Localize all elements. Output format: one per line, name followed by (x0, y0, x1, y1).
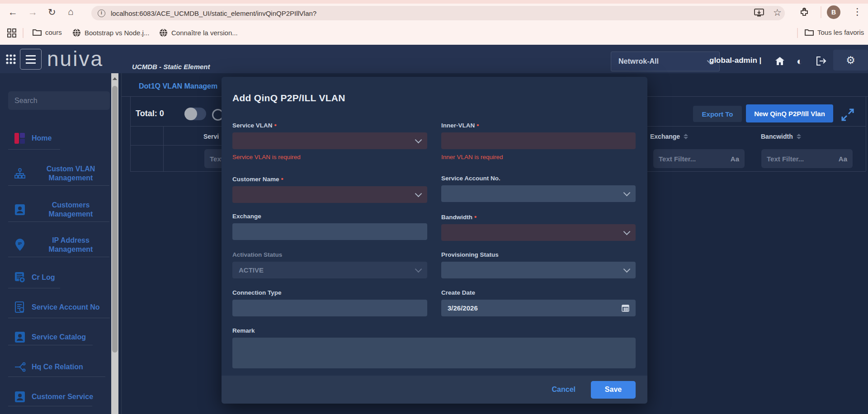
sidebar-item-label: Home (32, 134, 110, 143)
sidebar-item-cr-log[interactable]: Cr Log (8, 269, 110, 286)
sidebar-item-label: Customers Management (32, 201, 110, 219)
sidebar-item-hq-ce-relation[interactable]: Hq Ce Relation (8, 359, 110, 375)
calendar-icon[interactable] (622, 304, 629, 312)
sidebar-item-customer-service[interactable]: Customer Service (8, 389, 110, 405)
scrollbar-up-button[interactable] (111, 75, 118, 82)
sidebar-item-label: Service Catalog (32, 333, 110, 342)
bookmark-star-icon[interactable]: ☆ (773, 8, 782, 17)
remark-textarea[interactable] (232, 338, 636, 368)
table-right-border (866, 97, 866, 171)
search-input[interactable] (8, 91, 110, 110)
settings-button[interactable]: ⚙ (833, 50, 868, 71)
sidebar-divider (8, 149, 60, 150)
network-select[interactable]: Netwrok-All (611, 52, 720, 71)
column-header-clipped[interactable]: Servi (203, 133, 219, 140)
column-header-bancwidth[interactable]: Bancwidth (761, 133, 801, 140)
save-button[interactable]: Save (591, 381, 636, 399)
sidebar-item-customers[interactable]: Customers Management (8, 198, 110, 221)
globe-icon (159, 28, 168, 37)
required-marker: • (474, 213, 476, 221)
column-label: Exchange (650, 133, 680, 140)
table-left-border (130, 97, 131, 171)
required-marker: • (476, 121, 479, 129)
url-text: localhost:6083/ACE_UCMDB_UI/static_eleme… (111, 9, 316, 17)
home-icon[interactable]: ⌂ (68, 7, 74, 16)
create-date-input[interactable]: 3/26/2026 (441, 300, 636, 316)
bandwidth-select[interactable] (441, 224, 636, 241)
export-to-button[interactable]: Export To (693, 106, 742, 122)
sidebar-divider (8, 376, 105, 377)
case-sensitive-toggle[interactable]: Aa (839, 155, 847, 163)
account-document-icon (8, 301, 32, 314)
inner-vlan-input[interactable] (441, 132, 636, 149)
service-account-no-select[interactable] (441, 185, 636, 202)
sidebar-item-ip-address[interactable]: IP IP Address Management (8, 233, 110, 257)
field-label: Service Account No. (441, 175, 636, 182)
service-vlan-select[interactable] (232, 132, 427, 149)
expand-icon[interactable] (839, 106, 857, 124)
toggle-switch[interactable] (184, 108, 206, 120)
extensions-icon[interactable] (799, 8, 809, 18)
logout-icon[interactable] (816, 56, 826, 66)
menu-toggle-button[interactable] (20, 49, 42, 70)
forward-icon[interactable]: → (28, 7, 38, 17)
tab-dot1q-vlan[interactable]: Dot1Q VLAN Managem (139, 82, 217, 90)
sidebar-item-label: Custom VLAN Management (32, 165, 110, 183)
provisioning-status-select[interactable] (441, 262, 636, 278)
text-filter-input[interactable]: Text Filter... Aa (761, 149, 853, 168)
site-info-icon[interactable]: i (98, 9, 105, 17)
scrollbar-thumb[interactable] (112, 86, 118, 353)
reload-icon[interactable]: ↻ (48, 7, 56, 17)
app-home-icon[interactable] (775, 56, 785, 66)
field-remark: Remark (232, 327, 636, 368)
bookmark-label: Connaître la version... (171, 29, 238, 37)
bookmark-cours[interactable]: cours (33, 28, 62, 36)
sidebar-item-service-account-no[interactable]: Service Account No (8, 299, 110, 315)
folder-icon (805, 28, 814, 36)
column-label: Servi (203, 133, 219, 140)
bookmark-bootstrap[interactable]: Bootstrap vs Node.j... (72, 28, 149, 37)
bookmark-connaitre[interactable]: Connaître la version... (159, 28, 238, 37)
gear-icon: ⚙ (846, 55, 855, 66)
app-grid-icon[interactable] (5, 54, 16, 65)
cancel-button[interactable]: Cancel (552, 386, 576, 394)
field-label: Bandwidth• (441, 213, 636, 221)
back-icon[interactable]: ← (8, 7, 18, 17)
sort-icon[interactable] (797, 134, 801, 139)
sidebar-item-service-catalog[interactable]: Service Catalog (8, 329, 110, 345)
svg-text:IP: IP (18, 241, 22, 246)
field-label: Create Date (441, 289, 636, 296)
avatar-letter: B (831, 9, 836, 16)
install-icon[interactable] (754, 9, 764, 18)
all-bookmarks[interactable]: Tous les favoris (805, 28, 864, 36)
connection-type-input[interactable] (232, 300, 427, 316)
new-qinq-vlan-button[interactable]: New QinQ P2P/Ill Vlan (746, 104, 833, 122)
kebab-menu-icon[interactable]: ⋮ (853, 7, 862, 16)
new-qinq-vlan-label: New QinQ P2P/Ill Vlan (754, 110, 825, 118)
network-select-value: Netwrok-All (618, 57, 659, 66)
column-header-exchange[interactable]: Exchange (650, 133, 688, 140)
sidebar-item-label: Hq Ce Relation (32, 362, 110, 372)
field-label: Inner-VLAN• (441, 121, 636, 129)
page-title: UCMDB - Static Element (132, 63, 210, 71)
field-activation-status: Activation Status ACTIVE (232, 251, 427, 278)
sidebar-item-home[interactable]: Home (8, 129, 110, 147)
case-sensitive-toggle[interactable]: Aa (731, 155, 739, 163)
sort-icon[interactable] (684, 134, 688, 139)
field-connection-type: Connection Type (232, 289, 427, 316)
contrast-icon[interactable]: ◐ (797, 56, 802, 66)
profile-avatar[interactable]: B (827, 5, 840, 19)
activation-status-select: ACTIVE (232, 262, 427, 278)
apps-grid-icon[interactable] (7, 28, 16, 38)
user-label: global-admin | (709, 56, 761, 65)
exchange-input[interactable] (232, 223, 427, 240)
url-bar[interactable]: i localhost:6083/ACE_UCMDB_UI/static_ele… (91, 6, 785, 20)
required-marker: • (274, 121, 277, 129)
customer-name-select[interactable] (232, 186, 427, 203)
field-error: Inner VLAN is required (441, 154, 636, 160)
ip-pin-icon: IP (8, 238, 32, 252)
person-badge-icon (8, 331, 32, 343)
sidebar-item-custom-vlan[interactable]: Custom VLAN Management (8, 162, 110, 185)
text-filter-input[interactable]: Text Filter... Aa (653, 149, 745, 168)
field-exchange: Exchange (232, 213, 427, 240)
